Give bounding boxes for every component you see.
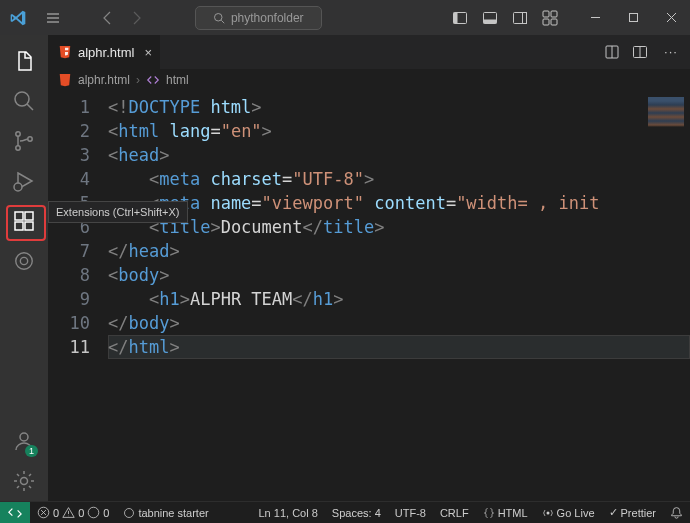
tab-filename: alphr.html (78, 45, 134, 60)
code-content[interactable]: <!DOCTYPE html><html lang="en"><head> <m… (108, 91, 690, 501)
run-debug-tab[interactable] (0, 161, 48, 201)
info-icon (87, 506, 100, 519)
svg-point-0 (214, 13, 222, 21)
accounts-badge: 1 (25, 445, 38, 457)
problems-button[interactable]: 0 0 0 (30, 502, 116, 524)
line-number-gutter: 1234567891011 (48, 91, 108, 501)
menu-button[interactable] (35, 10, 70, 26)
indentation-button[interactable]: Spaces: 4 (325, 502, 388, 524)
nav-back-button[interactable] (100, 10, 124, 26)
svg-rect-7 (543, 11, 549, 17)
minimize-button[interactable] (576, 4, 614, 32)
breadcrumb[interactable]: alphr.html › html (48, 69, 690, 91)
explorer-tab[interactable] (0, 41, 48, 81)
svg-point-24 (21, 478, 28, 485)
maximize-button[interactable] (614, 4, 652, 32)
svg-point-12 (15, 92, 29, 106)
broadcast-icon (542, 507, 554, 519)
customize-layout-button[interactable] (536, 4, 564, 32)
svg-rect-19 (25, 222, 33, 230)
breadcrumb-symbol: html (166, 73, 189, 87)
svg-rect-18 (15, 222, 23, 230)
notifications-button[interactable] (663, 502, 690, 524)
svg-point-23 (20, 433, 28, 441)
split-editor-button[interactable] (632, 44, 654, 60)
nav-forward-button[interactable] (128, 10, 152, 26)
remote-button[interactable] (0, 502, 30, 524)
toggle-panel-button[interactable] (476, 4, 504, 32)
svg-rect-17 (15, 212, 23, 220)
svg-rect-8 (551, 11, 557, 17)
command-center-search[interactable]: phythonfolder (195, 6, 322, 30)
search-tab[interactable] (0, 81, 48, 121)
settings-button[interactable] (0, 461, 48, 501)
status-bar: 0 0 0 tabnine starter Ln 11, Col 8 Space… (0, 501, 690, 523)
svg-point-16 (14, 183, 22, 191)
svg-rect-4 (484, 19, 497, 23)
accounts-button[interactable]: 1 (0, 421, 48, 461)
extensions-tooltip: Extensions (Ctrl+Shift+X) (48, 201, 188, 223)
window-controls (576, 4, 690, 32)
error-icon (37, 506, 50, 519)
language-mode-button[interactable]: HTML (476, 502, 535, 524)
svg-rect-11 (629, 14, 637, 22)
svg-point-28 (88, 507, 99, 518)
layout-controls (446, 4, 564, 32)
html-file-icon (58, 73, 72, 87)
bell-icon (670, 506, 683, 519)
svg-point-21 (16, 253, 33, 270)
code-symbol-icon (146, 73, 160, 87)
editor-tabs: alphr.html × ··· (48, 35, 690, 69)
toggle-secondary-sidebar-button[interactable] (506, 4, 534, 32)
svg-rect-2 (454, 12, 458, 23)
search-icon (213, 12, 225, 24)
prettier-button[interactable]: ✓Prettier (602, 502, 663, 524)
close-button[interactable] (652, 4, 690, 32)
svg-point-29 (125, 508, 134, 517)
svg-point-13 (16, 132, 20, 136)
compare-changes-button[interactable] (604, 44, 626, 60)
encoding-button[interactable]: UTF-8 (388, 502, 433, 524)
svg-point-14 (16, 146, 20, 150)
warning-icon (62, 506, 75, 519)
code-editor[interactable]: 1234567891011 <!DOCTYPE html><html lang=… (48, 91, 690, 501)
title-bar: phythonfolder (0, 0, 690, 35)
tabnine-status[interactable]: tabnine starter (116, 502, 215, 524)
chevron-right-icon: › (136, 73, 140, 87)
vscode-logo-icon (0, 10, 35, 26)
svg-rect-20 (25, 212, 33, 220)
svg-point-30 (546, 511, 549, 514)
svg-rect-5 (514, 12, 527, 23)
svg-point-15 (28, 137, 32, 141)
check-icon: ✓ (609, 506, 618, 519)
go-live-button[interactable]: Go Live (535, 502, 602, 524)
breadcrumb-file: alphr.html (78, 73, 130, 87)
more-actions-button[interactable]: ··· (660, 44, 682, 60)
extensions-tab[interactable]: Extensions (Ctrl+Shift+X) (0, 201, 48, 241)
svg-rect-10 (551, 19, 557, 25)
toggle-primary-sidebar-button[interactable] (446, 4, 474, 32)
html-file-icon (58, 45, 72, 59)
editor-area: alphr.html × ··· alphr.html › html 12345… (48, 35, 690, 501)
editor-tab[interactable]: alphr.html × (48, 35, 160, 69)
tabnine-icon (123, 507, 135, 519)
cursor-position[interactable]: Ln 11, Col 8 (252, 502, 325, 524)
svg-rect-9 (543, 19, 549, 25)
source-control-tab[interactable] (0, 121, 48, 161)
tab-close-button[interactable]: × (144, 45, 152, 60)
svg-point-22 (20, 257, 27, 264)
svg-rect-6 (523, 12, 527, 23)
activity-bar: Extensions (Ctrl+Shift+X) 1 (0, 35, 48, 501)
minimap[interactable] (642, 91, 690, 501)
search-placeholder: phythonfolder (231, 11, 304, 25)
eol-button[interactable]: CRLF (433, 502, 476, 524)
tabnine-tab[interactable] (0, 241, 48, 281)
braces-icon (483, 507, 495, 519)
